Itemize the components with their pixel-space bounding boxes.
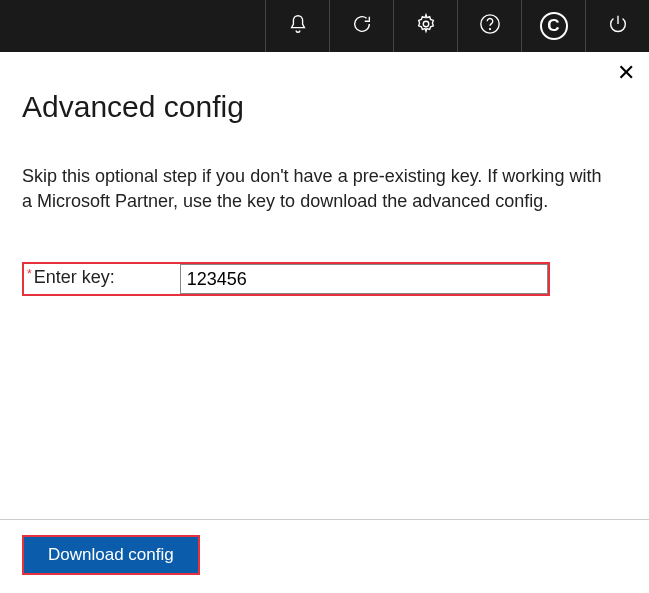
top-bar: C bbox=[0, 0, 649, 52]
copyright-icon: C bbox=[540, 12, 568, 40]
power-button[interactable] bbox=[585, 0, 649, 52]
close-icon: ✕ bbox=[617, 60, 635, 85]
settings-button[interactable] bbox=[393, 0, 457, 52]
help-icon bbox=[479, 13, 501, 39]
page-description: Skip this optional step if you don't hav… bbox=[22, 164, 602, 214]
power-icon bbox=[607, 13, 629, 39]
help-button[interactable] bbox=[457, 0, 521, 52]
config-panel: ✕ Advanced config Skip this optional ste… bbox=[0, 52, 649, 593]
svg-point-0 bbox=[423, 21, 429, 27]
gear-icon bbox=[415, 13, 437, 39]
download-highlight: Download config bbox=[22, 535, 200, 575]
refresh-icon bbox=[351, 13, 373, 39]
enter-key-field: * Enter key: bbox=[22, 262, 550, 296]
svg-point-2 bbox=[489, 29, 490, 30]
panel-footer: Download config bbox=[0, 519, 649, 593]
bell-icon bbox=[287, 13, 309, 39]
page-title: Advanced config bbox=[22, 90, 627, 124]
enter-key-label: Enter key: bbox=[32, 264, 180, 294]
copyright-button[interactable]: C bbox=[521, 0, 585, 52]
required-indicator: * bbox=[24, 264, 32, 294]
enter-key-input[interactable] bbox=[180, 264, 548, 294]
close-button[interactable]: ✕ bbox=[617, 62, 635, 84]
notifications-button[interactable] bbox=[265, 0, 329, 52]
download-config-button[interactable]: Download config bbox=[24, 537, 198, 573]
refresh-button[interactable] bbox=[329, 0, 393, 52]
svg-point-1 bbox=[480, 15, 498, 33]
